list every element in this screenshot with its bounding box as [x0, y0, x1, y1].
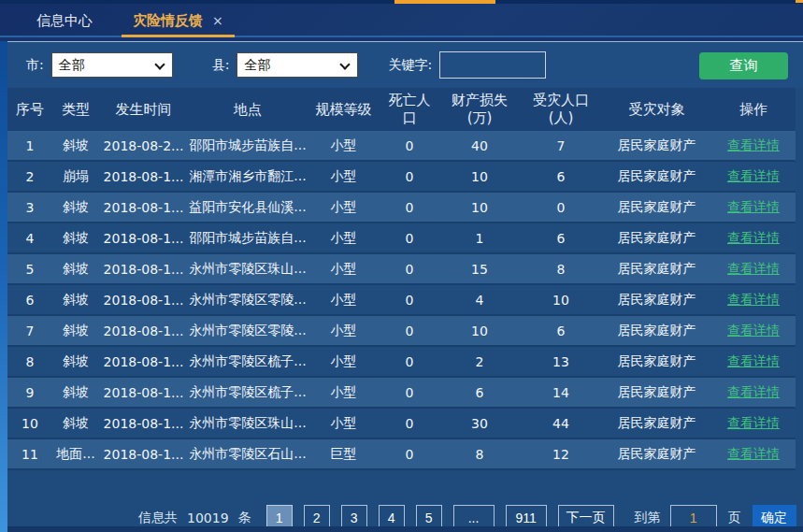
top-orange-accent-right	[796, 0, 803, 3]
header-cell: 受灾人口(人)	[520, 88, 602, 131]
cell-scale: 小型	[308, 223, 380, 252]
cell-affected-population: 0	[520, 193, 602, 222]
cell-deaths: 0	[380, 223, 439, 252]
table-row: 10斜坡2018-08-1...永州市零陵区珠山...小型03044居民家庭财产…	[7, 409, 796, 439]
table-row: 8斜坡2018-08-1...永州市零陵区梳子...小型0213居民家庭财产查看…	[7, 347, 796, 378]
cell-type: 斜坡	[52, 193, 99, 222]
tab-label: 信息中心	[36, 12, 93, 30]
cell-place: 永州市零陵区石山...	[188, 439, 308, 468]
cell-scale: 小型	[308, 347, 380, 376]
tab-bar: 信息中心 灾险情反馈 ×	[0, 4, 803, 37]
cell-index: 6	[7, 285, 52, 314]
view-details-link[interactable]: 查看详情	[727, 261, 780, 278]
header-cell: 发生时间	[99, 88, 188, 131]
cell-type: 斜坡	[52, 223, 99, 252]
cell-type: 斜坡	[52, 378, 99, 407]
left-accent-strip	[0, 41, 7, 532]
cell-time: 2018-08-1...	[99, 439, 188, 468]
cell-affected-object: 居民家庭财产	[602, 378, 711, 407]
cell-property-loss: 15	[439, 254, 520, 283]
info-unit: 条	[238, 510, 251, 526]
cell-affected-population: 6	[520, 316, 602, 345]
cell-action: 查看详情	[711, 162, 796, 191]
table-row: 11地面...2018-08-1...永州市零陵区石山...巨型0812居民家庭…	[7, 439, 796, 470]
cell-affected-object: 居民家庭财产	[602, 439, 711, 468]
cell-affected-population: 6	[520, 162, 602, 191]
tab-disaster-feedback[interactable]: 灾险情反馈 ×	[120, 4, 237, 37]
cell-property-loss: 10	[439, 193, 520, 222]
header-cell: 死亡人口	[380, 88, 439, 131]
cell-action: 查看详情	[711, 347, 796, 376]
cell-property-loss: 1	[439, 223, 520, 252]
cell-scale: 小型	[308, 131, 380, 160]
chevron-down-icon	[340, 59, 351, 69]
cell-action: 查看详情	[711, 378, 796, 407]
cell-property-loss: 40	[439, 131, 520, 160]
view-details-link[interactable]: 查看详情	[727, 292, 780, 309]
table-row: 9斜坡2018-08-1...永州市零陵区梳子...小型0614居民家庭财产查看…	[7, 378, 796, 409]
view-details-link[interactable]: 查看详情	[727, 230, 780, 247]
cell-property-loss: 8	[439, 439, 520, 468]
view-details-link[interactable]: 查看详情	[727, 415, 780, 432]
cell-index: 11	[7, 439, 52, 468]
cell-affected-population: 44	[520, 409, 602, 438]
cell-type: 斜坡	[52, 347, 99, 376]
table-row: 7斜坡2018-08-1...永州市零陵区零陵...小型0106居民家庭财产查看…	[7, 316, 796, 347]
view-details-link[interactable]: 查看详情	[727, 168, 780, 185]
cell-affected-population: 10	[520, 285, 602, 314]
goto-prefix: 到第	[635, 510, 661, 526]
city-select[interactable]: 全部	[51, 52, 173, 78]
cell-type: 斜坡	[52, 131, 99, 160]
cell-index: 8	[7, 347, 52, 376]
cell-type: 斜坡	[52, 409, 99, 438]
cell-deaths: 0	[380, 439, 439, 468]
table-row: 4斜坡2018-08-1...邵阳市城步苗族自...小型016居民家庭财产查看详…	[7, 223, 796, 254]
view-details-link[interactable]: 查看详情	[727, 323, 780, 339]
cell-time: 2018-08-2...	[99, 131, 188, 160]
cell-affected-population: 13	[520, 347, 602, 376]
city-select-value: 全部	[59, 57, 85, 74]
cell-affected-population: 7	[520, 131, 602, 160]
tab-info-center[interactable]: 信息中心	[9, 4, 120, 37]
filter-bar: 市: 全部 县: 全部 关键字: 查询	[0, 41, 803, 88]
table-header-row: 序号类型发生时间地点规模等级死亡人口财产损失(万)受灾人口(人)受灾对象操作	[7, 88, 796, 131]
cell-index: 9	[7, 378, 52, 407]
header-cell: 序号	[7, 88, 52, 131]
cell-property-loss: 4	[439, 285, 520, 314]
cell-scale: 小型	[308, 378, 380, 407]
view-details-link[interactable]: 查看详情	[727, 353, 780, 370]
cell-index: 1	[7, 131, 52, 160]
cell-deaths: 0	[380, 285, 439, 314]
county-label: 县:	[212, 57, 230, 74]
view-details-link[interactable]: 查看详情	[727, 384, 780, 401]
cell-affected-object: 居民家庭财产	[602, 316, 711, 345]
cell-affected-object: 居民家庭财产	[602, 254, 711, 283]
county-select[interactable]: 全部	[237, 52, 358, 78]
disaster-feedback-window: 信息中心 灾险情反馈 × 市: 全部 县: 全部 关键字: 查询 序号类型发生时…	[0, 0, 803, 532]
cell-time: 2018-08-1...	[99, 162, 188, 191]
search-button[interactable]: 查询	[699, 52, 788, 79]
cell-deaths: 0	[380, 316, 439, 345]
table-row: 5斜坡2018-08-1...永州市零陵区珠山...小型0158居民家庭财产查看…	[7, 254, 796, 285]
cell-property-loss: 2	[439, 347, 520, 376]
cell-affected-population: 8	[520, 254, 602, 283]
bottom-edge-strip	[0, 526, 803, 532]
cell-place: 永州市零陵区珠山...	[188, 409, 308, 438]
cell-index: 2	[7, 162, 52, 191]
tab-label: 灾险情反馈	[133, 12, 203, 30]
cell-index: 4	[7, 223, 52, 252]
pagination-bar: 信息共 10019 条 12345...911 下一页 到第 页 确定	[0, 470, 803, 532]
cell-affected-object: 居民家庭财产	[602, 223, 711, 252]
keyword-input[interactable]	[439, 51, 546, 79]
table-row: 3斜坡2018-08-1...益阳市安化县仙溪...小型0100居民家庭财产查看…	[7, 193, 796, 223]
keyword-label: 关键字:	[388, 57, 432, 74]
view-details-link[interactable]: 查看详情	[727, 137, 780, 154]
view-details-link[interactable]: 查看详情	[727, 199, 780, 216]
cell-deaths: 0	[380, 409, 439, 438]
cell-place: 永州市零陵区零陵...	[188, 316, 308, 345]
view-details-link[interactable]: 查看详情	[727, 446, 780, 463]
table-row: 2崩塌2018-08-1...湘潭市湘乡市翻江...小型0106居民家庭财产查看…	[7, 162, 796, 193]
close-icon[interactable]: ×	[212, 14, 223, 27]
header-cell: 受灾对象	[602, 88, 711, 131]
cell-type: 地面...	[52, 439, 99, 468]
